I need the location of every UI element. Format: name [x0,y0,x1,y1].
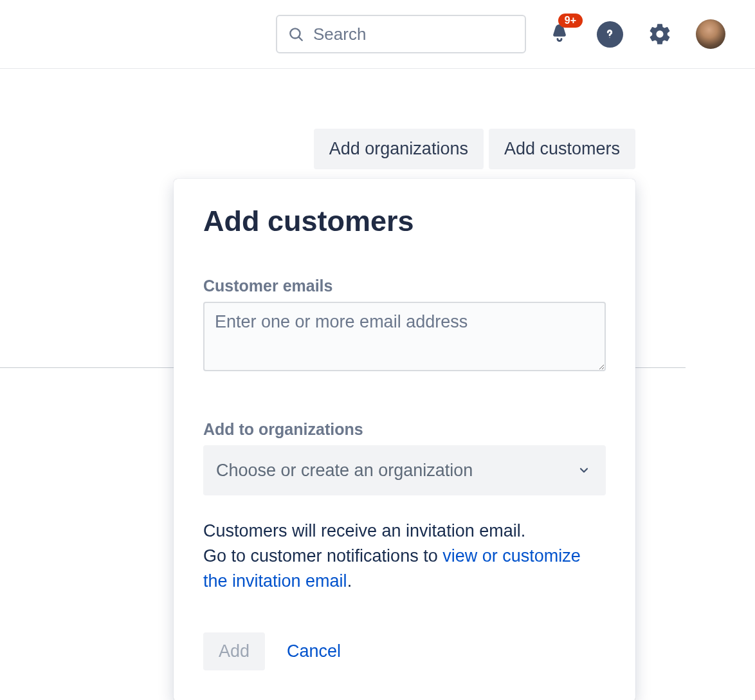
page-actions: Add organizations Add customers [314,129,635,169]
info-line2-suffix: . [347,571,352,591]
add-customers-button[interactable]: Add customers [489,129,635,169]
svg-line-1 [299,37,302,41]
emails-label: Customer emails [203,277,606,295]
user-avatar[interactable] [696,19,725,49]
modal-actions: Add Cancel [203,632,606,670]
top-bar: 9+ [0,0,755,69]
modal-title: Add customers [203,205,606,238]
organizations-section: Add to organizations Choose or create an… [203,420,606,495]
search-field[interactable] [276,15,526,53]
info-text: Customers will receive an invitation ema… [203,519,606,594]
organization-select[interactable]: Choose or create an organization [203,445,606,495]
customer-emails-input[interactable] [203,302,606,371]
organizations-label: Add to organizations [203,420,606,439]
settings-button[interactable] [646,20,674,48]
help-button[interactable] [596,20,624,48]
organization-select-placeholder: Choose or create an organization [216,461,473,481]
gear-icon [648,22,672,46]
help-icon [597,21,623,48]
info-line2-prefix: Go to customer notifications to [203,546,442,566]
search-icon [287,26,304,42]
add-button[interactable]: Add [203,632,265,670]
svg-point-2 [609,37,610,38]
add-customers-modal: Add customers Customer emails Add to org… [174,179,635,700]
notifications-button[interactable]: 9+ [545,20,574,48]
info-line1: Customers will receive an invitation ema… [203,521,525,540]
notification-badge: 9+ [558,14,583,28]
add-organizations-button[interactable]: Add organizations [314,129,484,169]
header-icons: 9+ [545,19,725,49]
chevron-down-icon [578,464,590,477]
customer-emails-section: Customer emails [203,277,606,374]
cancel-button[interactable]: Cancel [287,641,341,661]
search-input[interactable] [313,24,514,44]
